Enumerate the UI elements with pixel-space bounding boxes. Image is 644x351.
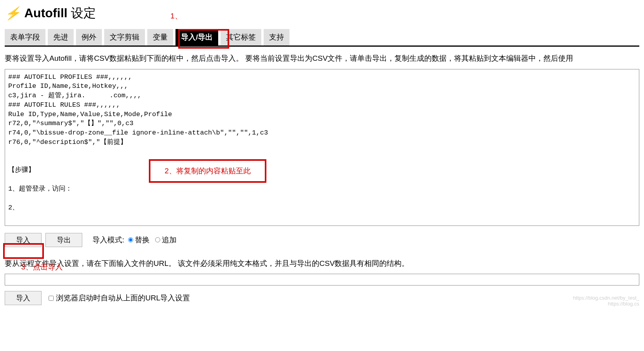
auto-import-checkbox[interactable] bbox=[49, 296, 54, 301]
import-export-row: 导入 导出 导入模式: 替换 追加 bbox=[5, 233, 639, 247]
import-button[interactable]: 导入 bbox=[5, 233, 42, 247]
instructions-url: 要从远程文件导入设置，请在下面输入文件的URL。 该文件必须采用纯文本格式，并且… bbox=[5, 258, 639, 269]
tab-exceptions[interactable]: 例外 bbox=[76, 29, 102, 45]
tab-bar: 表单字段 先进 例外 文字剪辑 变量 导入/导出 其它标签 支持 bbox=[5, 29, 639, 47]
tab-other-tabs[interactable]: 其它标签 bbox=[221, 29, 261, 45]
auto-import-checkbox-group[interactable]: 浏览器启动时自动从上面的URL导入设置 bbox=[49, 293, 190, 303]
import-url-button[interactable]: 导入 bbox=[5, 291, 42, 305]
radio-append-text: 追加 bbox=[162, 235, 177, 245]
page-title-rest: 设定 bbox=[67, 6, 96, 20]
tab-text-clips[interactable]: 文字剪辑 bbox=[104, 29, 145, 45]
radio-replace[interactable] bbox=[128, 237, 133, 242]
url-input[interactable] bbox=[5, 274, 639, 286]
csv-textarea[interactable] bbox=[5, 69, 639, 226]
radio-replace-text: 替换 bbox=[135, 235, 150, 245]
radio-append[interactable] bbox=[155, 237, 160, 242]
bottom-row: 导入 浏览器启动时自动从上面的URL导入设置 bbox=[5, 291, 639, 305]
instructions-top: 要将设置导入Autofill，请将CSV数据粘贴到下面的框中，然后点击导入。 要… bbox=[5, 53, 639, 64]
radio-replace-label[interactable]: 替换 bbox=[128, 235, 150, 245]
export-button[interactable]: 导出 bbox=[45, 233, 82, 247]
import-mode-label: 导入模式: bbox=[92, 235, 124, 245]
tab-support[interactable]: 支持 bbox=[264, 29, 289, 45]
lightning-icon: ⚡ bbox=[5, 7, 20, 20]
page-title-bold: Autofill bbox=[24, 6, 67, 20]
auto-import-label: 浏览器启动时自动从上面的URL导入设置 bbox=[56, 293, 190, 303]
tab-import-export[interactable]: 导入/导出 bbox=[175, 29, 218, 45]
tab-form-fields[interactable]: 表单字段 bbox=[5, 29, 45, 45]
tab-variables[interactable]: 变量 bbox=[147, 29, 173, 45]
page-header: ⚡ Autofill 设定 bbox=[5, 5, 639, 22]
tab-advanced[interactable]: 先进 bbox=[48, 29, 74, 45]
page-title: Autofill 设定 bbox=[24, 5, 96, 22]
import-mode-radio-group: 替换 追加 bbox=[128, 235, 181, 245]
radio-append-label[interactable]: 追加 bbox=[155, 235, 177, 245]
